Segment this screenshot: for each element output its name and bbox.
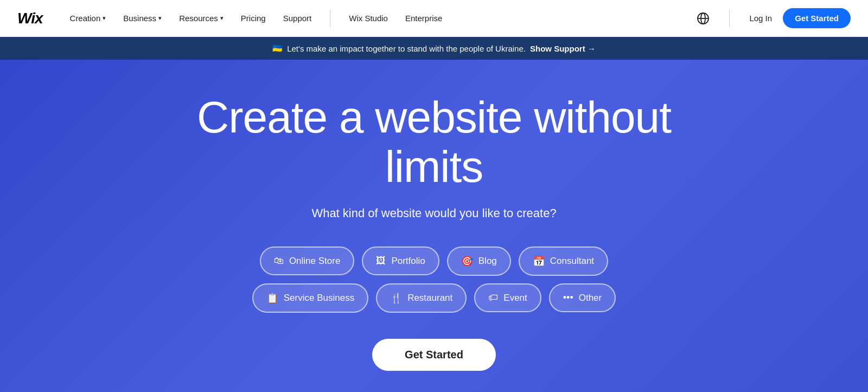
nav-studio[interactable]: Wix Studio xyxy=(341,9,395,27)
hero-get-started-button[interactable]: Get Started xyxy=(372,339,496,371)
banner-text: Let's make an impact together to stand w… xyxy=(287,44,526,53)
category-row-2: 📋 Service Business 🍴 Restaurant 🏷 Event … xyxy=(252,283,616,313)
navbar: Wix Creation ▾ Business ▾ Resources ▾ Pr… xyxy=(0,0,868,37)
event-icon: 🏷 xyxy=(488,292,498,304)
nav-business[interactable]: Business ▾ xyxy=(116,9,169,27)
category-event[interactable]: 🏷 Event xyxy=(474,283,541,312)
chevron-down-icon: ▾ xyxy=(103,15,106,22)
nav-right: Log In Get Started xyxy=(697,8,851,28)
nav-get-started-button[interactable]: Get Started xyxy=(783,8,851,28)
category-restaurant[interactable]: 🍴 Restaurant xyxy=(376,283,467,313)
consultant-icon: 📅 xyxy=(533,255,545,267)
service-icon: 📋 xyxy=(266,292,278,304)
nav-divider xyxy=(330,10,330,27)
other-icon: ••• xyxy=(563,292,573,304)
restaurant-icon: 🍴 xyxy=(390,292,402,304)
globe-icon[interactable] xyxy=(697,12,710,25)
nav-resources[interactable]: Resources ▾ xyxy=(171,9,231,27)
category-consultant[interactable]: 📅 Consultant xyxy=(519,246,608,276)
nav-links: Creation ▾ Business ▾ Resources ▾ Pricin… xyxy=(62,9,697,27)
logo[interactable]: Wix xyxy=(17,10,43,27)
nav-enterprise[interactable]: Enterprise xyxy=(398,9,450,27)
hero-section: Created with Wix Create a website withou… xyxy=(0,60,868,392)
category-row-1: 🛍 Online Store 🖼 Portfolio 🎯 Blog 📅 Cons… xyxy=(260,246,608,276)
nav-creation[interactable]: Creation ▾ xyxy=(62,9,114,27)
nav-support[interactable]: Support xyxy=(276,9,320,27)
nav-divider-right xyxy=(729,10,730,27)
category-other[interactable]: ••• Other xyxy=(549,283,616,312)
portfolio-icon: 🖼 xyxy=(376,255,386,267)
hero-title: Create a website without limits xyxy=(190,93,678,191)
store-icon: 🛍 xyxy=(274,255,284,267)
show-support-link[interactable]: Show Support → xyxy=(530,44,596,53)
login-link[interactable]: Log In xyxy=(749,14,772,23)
blog-icon: 🎯 xyxy=(461,255,473,267)
category-blog[interactable]: 🎯 Blog xyxy=(447,246,511,276)
nav-pricing[interactable]: Pricing xyxy=(233,9,273,27)
chevron-down-icon: ▾ xyxy=(158,15,162,22)
hero-subtitle: What kind of website would you like to c… xyxy=(311,206,556,220)
ukraine-flag: 🇺🇦 xyxy=(272,43,283,53)
chevron-down-icon: ▾ xyxy=(220,15,224,22)
announcement-banner: 🇺🇦 Let's make an impact together to stan… xyxy=(0,37,868,60)
category-portfolio[interactable]: 🖼 Portfolio xyxy=(362,246,439,275)
category-online-store[interactable]: 🛍 Online Store xyxy=(260,246,355,275)
category-grid: 🛍 Online Store 🖼 Portfolio 🎯 Blog 📅 Cons… xyxy=(252,246,616,313)
category-service-business[interactable]: 📋 Service Business xyxy=(252,283,368,313)
